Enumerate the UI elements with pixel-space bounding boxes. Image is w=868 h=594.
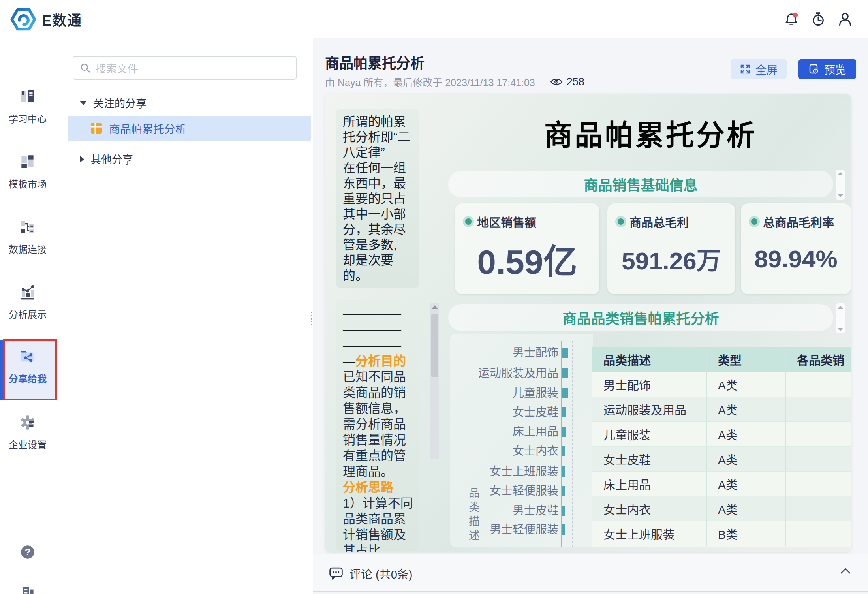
mini-scroll-down-icon [838,328,843,331]
table-cell: A类 [707,472,786,496]
collapse-chevron-up-icon[interactable] [839,566,852,577]
chart-y-axis-title: 品类描述 [465,487,481,544]
tree-group-label: 关注的分享 [93,95,147,111]
bar-segment [562,348,568,358]
fullscreen-expand-icon [740,64,751,75]
sidebar-item-learning-center[interactable]: 学习中心 [0,88,55,125]
help-question-icon: ? [19,543,37,561]
category-tick-label: 女士上班服装 [460,466,558,477]
tree-item-label: 商品帕累托分析 [109,120,186,136]
kpi-label: 地区销售额 [477,213,536,230]
table-header-cell: 类型 [707,347,786,372]
sidebar-item-analysis-display[interactable]: 分析展示 [0,283,55,321]
view-count-value: 258 [567,76,584,88]
comment-count-label: 评论 (共0条) [349,565,413,582]
kpi-label: 总商品毛利率 [763,213,834,230]
kpi-bullet-icon [618,218,624,225]
search-input[interactable]: 搜索文件 [73,56,297,80]
books-icon [18,88,37,106]
help-button[interactable]: ? [0,543,55,561]
table-cell [786,397,851,421]
section1-mini-scrollbar[interactable] [836,170,845,200]
pareto-bar-chart: 男士配饰 运动服装及用品 儿童服装 女士皮鞋 床上用品 女士内衣 女士上班服装 … [450,334,593,547]
sidebar-item-label: 模板市场 [0,177,55,190]
dashboard-scrollbar[interactable] [430,303,439,459]
table-header-cell: 各品类销 [786,347,851,372]
table-cell: A类 [707,397,786,421]
table-cell: 床上用品 [592,472,707,496]
sidebar-item-shared-with-me[interactable]: 分享给我 [0,340,55,400]
gear-icon [18,414,37,432]
kpi-card-region-sales: 地区销售额 0.59亿 [455,203,599,294]
tree-group-other-shares[interactable]: 其他分享 [80,151,133,167]
kpi-value: 89.94% [741,230,851,294]
kpi-card-gross-profit: 商品总毛利 591.26万 [607,203,735,294]
table-cell: A类 [707,447,786,471]
dashboard-file-icon [90,122,103,135]
analysis-idea-heading: 分析思路 [343,479,414,495]
table-cell [786,496,851,521]
table-cell [786,447,851,471]
mini-scroll-up-icon [838,306,843,309]
data-connection-icon [18,218,37,236]
analysis-purpose-heading: —分析目的 [343,353,414,369]
pareto-intro-text: 所谓的帕累 托分析即“二 八定律” 在任何一组 东西中，最 重要的只占 其中一小… [336,109,419,288]
chevron-expanded-icon [80,101,87,105]
table-cell [786,521,851,546]
section2-mini-scrollbar[interactable] [836,303,845,333]
category-tick-label: 女士内衣 [460,445,558,457]
share-folder-icon [18,348,37,366]
category-tick-label: 女士皮鞋 [460,406,558,418]
bar-segment [562,427,566,437]
analysis-idea-body: 1）计算不同 品类商品累 计销售额及 其占比, [343,495,414,552]
section-header-basic-sales: 商品销售基础信息 [448,171,833,197]
table-row: 女士内衣 A类 [592,496,851,521]
svg-text:?: ? [25,547,31,557]
table-cell: A类 [707,496,786,521]
bar-segment [562,446,565,456]
organization-button[interactable] [0,584,55,594]
category-tick-label: 儿童服装 [460,387,558,399]
sidebar-item-data-connection[interactable]: 数据连接 [0,218,55,256]
history-timer-icon[interactable] [810,11,826,27]
logo-text: E数通 [42,9,82,30]
table-cell [786,422,851,446]
notification-bell-icon[interactable] [783,11,799,27]
sidebar-item-enterprise-settings[interactable]: 企业设置 [0,414,55,451]
table-row: 儿童服装 A类 [592,422,851,447]
table-row: 女士皮鞋 A类 [592,447,851,472]
logo-hexagon-e-icon [10,8,36,31]
dashboard-preview: 所谓的帕累 托分析即“二 八定律” 在任何一组 东西中，最 重要的只占 其中一小… [325,94,851,552]
section-header-pareto-analysis: 商品品类销售帕累托分析 [448,304,833,331]
table-cell: A类 [707,372,786,397]
table-cell [786,472,851,496]
search-icon [80,62,91,73]
chart-y-axis-line [561,341,562,547]
chevron-collapsed-icon [80,156,84,163]
table-cell: 女士上班服装 [592,521,707,546]
table-header-cell: 品类描述 [592,347,707,372]
table-row: 运动服装及用品 A类 [592,397,851,422]
mini-scroll-up-icon [838,172,843,175]
mini-scroll-down-icon [838,194,843,197]
tree-group-followed-shares[interactable]: 关注的分享 [80,95,147,111]
table-cell [786,372,851,397]
page-title: 商品帕累托分析 [325,52,425,72]
analysis-purpose-body: 已知不同品 类商品的销 售额信息， 需分析商品 销售量情况 有重点的管 理商品。 [343,369,414,479]
tree-item-selected[interactable]: 商品帕累托分析 [68,116,311,141]
template-grid-icon [18,153,37,171]
owner-modified-meta: 由 Naya 所有，最后修改于 2023/11/13 17:41:03 [325,75,535,89]
pareto-table: 品类描述 类型 各品类销 男士配饰 A类 运动服装及用品 A类 儿童服装 A类 … [592,347,851,547]
sidebar-item-template-market[interactable]: 模板市场 [0,153,55,190]
user-profile-icon[interactable] [837,11,853,27]
table-cell: B类 [707,521,786,546]
analysis-chart-icon [18,283,37,301]
kpi-label: 商品总毛利 [629,213,689,230]
main-content: 商品帕累托分析 由 Naya 所有，最后修改于 2023/11/13 17:41… [313,38,868,594]
sidebar-item-label: 分享给我 [0,371,55,385]
file-tree-panel: 搜索文件 关注的分享 商品帕累托分析 其他分享 ⋮⋮ [55,38,313,594]
preview-button[interactable]: 预览 [798,59,856,79]
sidebar-item-label: 分析展示 [0,307,55,321]
fullscreen-button[interactable]: 全屏 [731,59,787,79]
bar-segment [562,506,565,516]
